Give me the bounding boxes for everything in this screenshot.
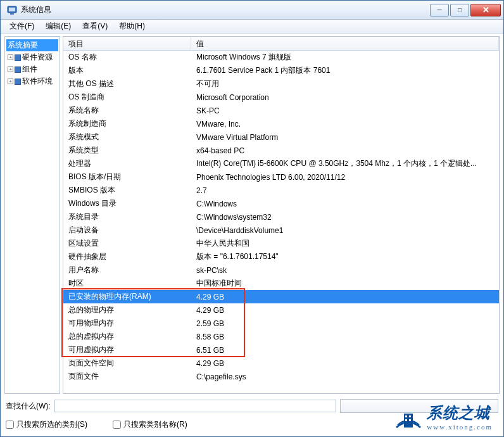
table-row[interactable]: 系统目录C:\Windows\system32 (63, 210, 499, 224)
table-row[interactable]: 已安装的物理内存(RAM)4.29 GB (63, 290, 499, 303)
cell-item: 处理器 (63, 158, 191, 169)
cell-value: 中华人民共和国 (191, 238, 499, 249)
list-pane: 项目 值 OS 名称Microsoft Windows 7 旗舰版版本6.1.7… (63, 36, 500, 394)
table-row[interactable]: BIOS 版本/日期Phoenix Technologies LTD 6.00,… (63, 170, 499, 184)
table-row[interactable]: 系统名称SK-PC (63, 104, 499, 117)
cell-value: sk-PC\sk (191, 266, 499, 275)
maximize-button[interactable]: □ (450, 4, 469, 16)
cell-value: C:\Windows\system32 (191, 213, 499, 222)
tree-root[interactable]: 系统摘要 (6, 39, 58, 51)
table-row[interactable]: 页面文件空间4.29 GB (63, 357, 499, 370)
tree-node-components[interactable]: + 组件 (6, 63, 58, 75)
folder-icon (15, 54, 21, 61)
watermark: 系统之城 www.xitong.com (395, 403, 493, 431)
cell-value: SK-PC (191, 106, 499, 115)
tree-node-software[interactable]: + 软件环境 (6, 75, 58, 87)
cell-item: Windows 目录 (63, 198, 191, 209)
cell-value: Phoenix Technologies LTD 6.00, 2020/11/1… (191, 173, 499, 182)
menubar: 文件(F) 编辑(E) 查看(V) 帮助(H) (1, 20, 503, 34)
cell-item: 总的虚拟内存 (63, 331, 191, 342)
cell-value: VMware Virtual Platform (191, 133, 499, 142)
cell-value: 8.58 GB (191, 332, 499, 341)
menu-edit[interactable]: 编辑(E) (41, 20, 76, 33)
cell-item: 系统模式 (63, 132, 191, 142)
check-category-names[interactable]: 只搜索类别名称(R) (113, 419, 187, 430)
cell-item: 页面文件空间 (63, 358, 191, 369)
table-row[interactable]: 总的物理内存4.29 GB (63, 303, 499, 317)
table-row[interactable]: 处理器Intel(R) Core(TM) i5-6600K CPU @ 3.50… (63, 157, 499, 170)
table-row[interactable]: OS 制造商Microsoft Corporation (63, 91, 499, 104)
list-header: 项目 值 (63, 37, 499, 51)
cell-item: 系统类型 (63, 145, 191, 156)
watermark-logo-icon (395, 403, 422, 430)
check-selected-category[interactable]: 只搜索所选的类别(S) (6, 419, 87, 430)
cell-value: Microsoft Windows 7 旗舰版 (191, 52, 499, 63)
cell-value: 2.59 GB (191, 319, 499, 328)
cell-value: 6.51 GB (191, 346, 499, 355)
table-row[interactable]: Windows 目录C:\Windows (63, 197, 499, 210)
cell-value: VMware, Inc. (191, 120, 499, 129)
cell-value: 4.29 GB (191, 306, 499, 315)
menu-file[interactable]: 文件(F) (4, 20, 39, 33)
table-row[interactable]: 版本6.1.7601 Service Pack 1 内部版本 7601 (63, 64, 499, 77)
window-title: 系统信息 (21, 4, 430, 15)
cell-item: 系统制造商 (63, 118, 191, 129)
svg-rect-1 (9, 8, 15, 11)
cell-value: 中国标准时间 (191, 278, 499, 289)
cell-item: 已安装的物理内存(RAM) (63, 291, 191, 302)
table-row[interactable]: 可用虚拟内存6.51 GB (63, 343, 499, 357)
cell-item: 系统名称 (63, 105, 191, 116)
svg-rect-4 (405, 415, 407, 417)
cell-value: Microsoft Corporation (191, 93, 499, 102)
titlebar: 系统信息 ─ □ ✕ (1, 1, 503, 20)
cell-item: SMBIOS 版本 (63, 185, 191, 196)
cell-item: BIOS 版本/日期 (63, 172, 191, 182)
content: 系统摘要 + 硬件资源 + 组件 + 软件环境 (1, 34, 503, 436)
expand-icon[interactable]: + (8, 79, 13, 84)
table-row[interactable]: 系统制造商VMware, Inc. (63, 117, 499, 130)
table-row[interactable]: SMBIOS 版本2.7 (63, 184, 499, 197)
cell-item: 启动设备 (63, 225, 191, 236)
cell-item: 页面文件 (63, 371, 191, 382)
cell-item: 总的物理内存 (63, 305, 191, 315)
checkbox[interactable] (113, 421, 121, 429)
checkbox[interactable] (6, 421, 14, 429)
tree-root-label: 系统摘要 (8, 40, 38, 51)
tree-node-hardware[interactable]: + 硬件资源 (6, 51, 58, 63)
col-item[interactable]: 项目 (63, 37, 191, 50)
search-input[interactable] (54, 400, 336, 412)
check-label: 只搜索类别名称(R) (123, 419, 187, 430)
cell-item: 其他 OS 描述 (63, 79, 191, 89)
cell-value: 不可用 (191, 79, 499, 89)
cell-value: 版本 = "6.1.7601.17514" (191, 251, 499, 262)
table-row[interactable]: 启动设备\Device\HarddiskVolume1 (63, 224, 499, 237)
menu-view[interactable]: 查看(V) (77, 20, 113, 33)
menu-help[interactable]: 帮助(H) (114, 20, 150, 33)
close-button[interactable]: ✕ (470, 4, 501, 16)
cell-value: 6.1.7601 Service Pack 1 内部版本 7601 (191, 65, 499, 76)
table-row[interactable]: 时区中国标准时间 (63, 277, 499, 290)
table-row[interactable]: 系统类型x64-based PC (63, 144, 499, 157)
table-row[interactable]: 其他 OS 描述不可用 (63, 77, 499, 91)
cell-value: \Device\HarddiskVolume1 (191, 226, 499, 235)
table-row[interactable]: 区域设置中华人民共和国 (63, 237, 499, 250)
table-row[interactable]: 页面文件C:\pagefile.sys (63, 370, 499, 383)
table-row[interactable]: 总的虚拟内存8.58 GB (63, 330, 499, 343)
table-row[interactable]: 可用物理内存2.59 GB (63, 317, 499, 330)
expand-icon[interactable]: + (8, 54, 13, 60)
svg-rect-7 (409, 419, 411, 421)
search-label: 查找什么(W): (6, 401, 51, 412)
table-row[interactable]: 用户名称sk-PC\sk (63, 263, 499, 277)
table-row[interactable]: OS 名称Microsoft Windows 7 旗舰版 (63, 51, 499, 64)
cell-item: 区域设置 (63, 238, 191, 249)
col-value[interactable]: 值 (191, 37, 499, 50)
cell-value: C:\Windows (191, 200, 499, 208)
expand-icon[interactable]: + (8, 66, 13, 72)
cell-item: 可用物理内存 (63, 318, 191, 329)
table-row[interactable]: 系统模式VMware Virtual Platform (63, 130, 499, 144)
cell-item: 版本 (63, 65, 191, 76)
table-row[interactable]: 硬件抽象层版本 = "6.1.7601.17514" (63, 250, 499, 263)
svg-rect-5 (409, 415, 411, 417)
cell-value: 2.7 (191, 186, 499, 195)
minimize-button[interactable]: ─ (430, 4, 449, 16)
